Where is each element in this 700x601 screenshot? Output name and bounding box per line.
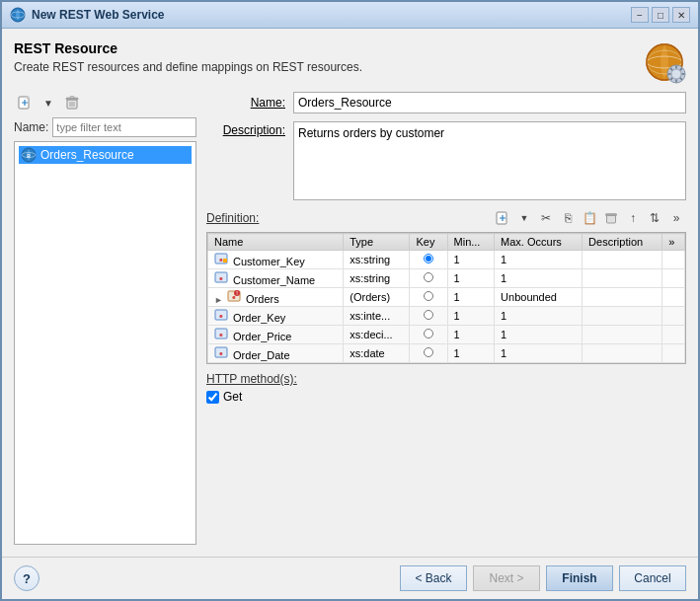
cell-more: [662, 251, 685, 269]
main-window: New REST Web Service − □ ✕ REST Resource…: [0, 0, 700, 601]
cell-desc: [583, 344, 662, 363]
cell-desc: [583, 251, 662, 269]
get-checkbox[interactable]: [206, 391, 219, 404]
cell-name: e Order_Key: [208, 307, 344, 326]
col-header-min: Min...: [447, 234, 495, 251]
cell-name: ► e !: [208, 288, 344, 307]
def-down-btn[interactable]: ⇅: [645, 208, 664, 228]
title-bar: New REST Web Service − □ ✕: [2, 2, 698, 29]
cell-key[interactable]: [410, 344, 447, 363]
field-icon: e: [214, 327, 228, 340]
dropdown-button[interactable]: ▼: [38, 92, 59, 113]
cell-max: 1: [495, 344, 583, 363]
cancel-button[interactable]: Cancel: [619, 565, 686, 591]
name-label: Name:: [14, 120, 48, 134]
get-method-row: Get: [206, 390, 686, 404]
minimize-button[interactable]: −: [631, 7, 649, 23]
svg-rect-12: [70, 97, 74, 99]
cell-max: 1: [495, 307, 583, 326]
cell-desc: [583, 288, 662, 307]
cell-key[interactable]: [410, 269, 447, 288]
cell-more: [662, 326, 685, 344]
def-dropdown-btn[interactable]: ▼: [514, 208, 534, 228]
definition-toolbar: ▼ ✂ ⎘ 📋 ↑ ⇅ »: [493, 208, 686, 228]
header-section: REST Resource Create REST resources and …: [14, 40, 686, 84]
field-icon: e: [214, 252, 228, 265]
svg-text:R: R: [27, 153, 31, 159]
cell-key[interactable]: [410, 251, 447, 269]
svg-point-8: [671, 69, 681, 79]
col-header-type: Type: [344, 234, 410, 251]
cell-max: 1: [495, 326, 583, 344]
field-icon: e: [214, 270, 228, 284]
cell-min: 1: [447, 326, 495, 344]
footer: ? < Back Next > Finish Cancel: [2, 557, 698, 599]
table-row[interactable]: ► e !: [208, 288, 685, 307]
close-button[interactable]: ✕: [672, 7, 690, 23]
name-input[interactable]: [293, 92, 686, 113]
get-label: Get: [223, 390, 242, 404]
maximize-button[interactable]: □: [652, 7, 669, 23]
cell-name: e Order_Price: [208, 326, 344, 344]
next-button[interactable]: Next >: [473, 565, 540, 591]
cell-type: xs:deci...: [344, 326, 410, 344]
col-header-name: Name: [208, 234, 344, 251]
cell-key[interactable]: [410, 288, 447, 307]
left-toolbar: ▼: [14, 92, 196, 113]
cell-more: [662, 307, 685, 326]
tree-item-label: Orders_Resource: [40, 148, 134, 162]
header-text: REST Resource Create REST resources and …: [14, 40, 362, 74]
def-more-btn[interactable]: »: [666, 208, 686, 228]
cell-max: 1: [495, 269, 583, 288]
col-header-max: Max. Occurs: [495, 234, 583, 251]
def-new-btn[interactable]: [493, 208, 512, 228]
cell-type: xs:date: [344, 344, 410, 363]
field-icon: e: [214, 308, 228, 322]
back-button[interactable]: < Back: [400, 565, 467, 591]
cell-name: e Customer_Key: [208, 251, 344, 269]
cell-type: xs:string: [344, 251, 410, 269]
window-title: New REST Web Service: [32, 8, 165, 22]
def-paste-btn[interactable]: 📋: [580, 208, 599, 228]
cell-max: 1: [495, 251, 583, 269]
new-resource-button[interactable]: [14, 92, 36, 113]
delete-resource-button[interactable]: [61, 92, 83, 113]
cell-name: e Order_Date: [208, 344, 344, 363]
description-textarea[interactable]: [293, 121, 686, 200]
cell-more: [662, 269, 685, 288]
http-methods-section: HTTP method(s): Get: [206, 372, 686, 404]
description-row: Description:: [206, 121, 686, 200]
col-header-more: »: [662, 234, 685, 251]
definition-label: Definition:: [206, 211, 259, 225]
cell-min: 1: [447, 344, 495, 363]
tree-item-orders-resource[interactable]: R Orders_Resource: [19, 146, 192, 164]
table-row[interactable]: e Customer_Key xs:string 1: [208, 251, 685, 269]
collapse-icon[interactable]: ►: [214, 295, 223, 305]
table-row[interactable]: e Order_Key xs:inte... 1 1: [208, 307, 685, 326]
table-row[interactable]: e Customer_Name xs:string 1 1: [208, 269, 685, 288]
table-row[interactable]: e Order_Price xs:deci... 1 1: [208, 326, 685, 344]
resource-tree: R Orders_Resource: [14, 141, 196, 545]
cell-max: Unbounded: [495, 288, 583, 307]
def-up-btn[interactable]: ↑: [623, 208, 643, 228]
cell-more: [662, 344, 685, 363]
cell-desc: [583, 269, 662, 288]
def-cut-btn[interactable]: ✂: [536, 208, 556, 228]
left-panel: ▼ Name:: [14, 92, 196, 545]
cell-desc: [583, 326, 662, 344]
cell-key[interactable]: [410, 326, 447, 344]
window-icon: [10, 7, 26, 23]
finish-button[interactable]: Finish: [546, 565, 613, 591]
def-delete-btn[interactable]: [601, 208, 621, 228]
field-icon: e: [214, 345, 228, 359]
help-button[interactable]: ?: [14, 565, 39, 591]
right-panel: Name: Description: Definition:: [206, 92, 686, 545]
cell-type: (Orders): [344, 288, 410, 307]
table-row[interactable]: e Order_Date xs:date 1 1: [208, 344, 685, 363]
cell-desc: [583, 307, 662, 326]
filter-input[interactable]: [52, 117, 196, 137]
cell-min: 1: [447, 269, 495, 288]
def-copy-btn[interactable]: ⎘: [558, 208, 578, 228]
cell-key[interactable]: [410, 307, 447, 326]
definition-section: Definition: ▼ ✂ ⎘ 📋: [206, 208, 686, 364]
